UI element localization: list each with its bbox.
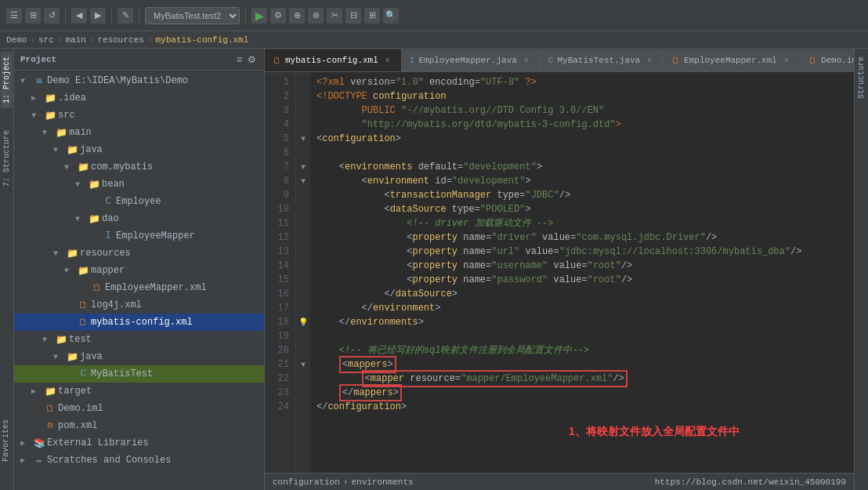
tree-item-pom[interactable]: m pom.xml [14, 417, 264, 434]
ln-5: 5 [265, 132, 289, 146]
g16 [296, 287, 310, 301]
tree-item-log4j[interactable]: 🗋 log4j.xml [14, 296, 264, 314]
scratches-icon: ✏ [33, 454, 45, 466]
favorites-tab[interactable]: Favorites [0, 415, 12, 466]
build-button[interactable]: ⚙ [270, 8, 286, 24]
tree-item-src[interactable]: ▼ 📁 src [14, 107, 264, 124]
code-line-4: "http://mybatis.org/dtd/mybatis-3-config… [316, 118, 854, 132]
tree-item-java[interactable]: ▼ 📁 java [14, 141, 264, 158]
breadcrumb-src[interactable]: src [38, 35, 54, 45]
sep-1 [65, 8, 66, 24]
tab-close-emp-xml[interactable]: × [781, 55, 792, 66]
tree-item-employeemapper-xml[interactable]: 🗋 EmployeeMapper.xml [14, 279, 264, 296]
sep-2 [111, 8, 112, 24]
breadcrumb-file[interactable]: mybatis-config.xml [155, 35, 248, 45]
structure-tab-left[interactable]: 7: Structure [1, 125, 13, 191]
folder-icon: 📁 [66, 143, 78, 156]
toolbar-btn-1[interactable]: ☰ [6, 8, 22, 24]
breadcrumb-main[interactable]: main [65, 35, 85, 45]
file-tree: ▼ ⊞ Demo E:\IDEA\MyBatis\Demo ▶ 📁 .idea … [14, 71, 264, 490]
code-line-18: </environments> [316, 315, 854, 329]
tree-label-java: java [80, 144, 103, 155]
main-layout: 1: Project 7: Structure Favorites Projec… [0, 49, 868, 490]
tree-item-demo[interactable]: ▼ ⊞ Demo E:\IDEA\MyBatis\Demo [14, 72, 264, 89]
g21[interactable]: ▼ [296, 358, 310, 372]
tree-item-mybatistest[interactable]: C MyBatisTest [14, 365, 264, 383]
panel-collapse-btn[interactable]: ≡ [235, 53, 244, 67]
breadcrumb-resources[interactable]: resources [97, 35, 143, 45]
toolbar-btn-4[interactable]: ✎ [118, 8, 133, 24]
structure-tab-right[interactable]: Structure [855, 52, 867, 103]
breadcrumb-demo[interactable]: Demo [6, 35, 27, 45]
tab-employeemapper-java[interactable]: I EmployeeMapper.java × [402, 49, 541, 71]
status-bar: configuration › environments https://blo… [265, 473, 854, 490]
tree-item-mapper[interactable]: ▼ 📁 mapper [14, 262, 264, 279]
tree-arrow: ▶ [31, 93, 42, 103]
tab-close-emp-java[interactable]: × [521, 55, 532, 66]
code-area[interactable]: <?xml version="1.0" encoding="UTF-8" ?> … [310, 72, 854, 473]
tab-mybatistest[interactable]: C MyBatisTest.java × [541, 49, 664, 71]
g19 [296, 329, 310, 343]
annotation-container: 1、将映射文件放入全局配置文件中 [569, 425, 740, 439]
folder-icon: 📁 [55, 126, 67, 139]
line-numbers: 1 2 3 4 5 6 7 8 9 10 11 12 13 14 15 16 1… [265, 72, 296, 473]
g8[interactable]: ▼ [296, 174, 310, 188]
tree-label-main: main [69, 127, 92, 138]
ln-16: 16 [265, 287, 289, 301]
g7[interactable]: ▼ [296, 160, 310, 174]
tab-mybatis-config[interactable]: 🗋 mybatis-config.xml × [265, 49, 402, 71]
tab-demo-iml[interactable]: 🗋 Demo.iml × [801, 49, 854, 71]
annotation-text: 1、将映射文件放入全局配置文件中 [569, 425, 740, 437]
run-button[interactable]: ▶ [251, 8, 267, 24]
tree-item-test-java[interactable]: ▼ 📁 java [14, 348, 264, 365]
g5[interactable]: ▼ [296, 132, 310, 146]
toolbar-btn-5[interactable]: ⊕ [289, 8, 305, 24]
tab-close-mybatis[interactable]: × [382, 55, 393, 66]
tab-label-emp-xml: EmployeeMapper.xml [684, 56, 777, 65]
toolbar-btn-8[interactable]: ⊟ [345, 8, 361, 24]
tab-label-demo-iml: Demo.iml [821, 56, 854, 65]
tree-item-employeemapper-java[interactable]: I EmployeeMapper [14, 227, 264, 245]
tab-close-mytest[interactable]: × [644, 55, 655, 66]
tree-item-mybatis-config[interactable]: 🗋 mybatis-config.xml [14, 314, 264, 331]
folder-icon: 📁 [77, 264, 89, 277]
back-button[interactable]: ◀ [71, 8, 87, 24]
toolbar-btn-7[interactable]: ✂ [327, 8, 342, 24]
tab-label-mytest: MyBatisTest.java [557, 56, 640, 65]
forward-button[interactable]: ▶ [90, 8, 106, 24]
toolbar-btn-2[interactable]: ⊞ [25, 8, 41, 24]
ln-4: 4 [265, 118, 289, 132]
ln-3: 3 [265, 103, 289, 118]
tree-item-com-mybatis[interactable]: ▼ 📁 com.mybatis [14, 158, 264, 176]
tree-label-test-java: java [80, 351, 103, 362]
toolbar-btn-10[interactable]: 🔍 [383, 8, 399, 24]
toolbar-btn-9[interactable]: ⊞ [364, 8, 380, 24]
tree-item-demo-iml[interactable]: 🗋 Demo.iml [14, 400, 264, 417]
ln-1: 1 [265, 75, 289, 89]
folder-icon: 📁 [44, 385, 56, 397]
tree-item-scratches[interactable]: ▶ ✏ Scratches and Consoles [14, 452, 264, 469]
tree-item-main[interactable]: ▼ 📁 main [14, 124, 264, 141]
project-tab[interactable]: 1: Project [1, 52, 13, 108]
tree-item-target[interactable]: ▶ 📁 target [14, 383, 264, 400]
g24 [296, 400, 310, 414]
project-selector[interactable]: MyBatisTest.test2 [145, 7, 240, 24]
tree-label-ext-libs: External Libraries [47, 437, 149, 448]
tree-item-employee[interactable]: C Employee [14, 193, 264, 210]
toolbar-btn-6[interactable]: ⊛ [308, 8, 324, 24]
code-line-6 [316, 146, 854, 160]
status-sep: › [343, 477, 349, 487]
g18[interactable]: 💡 [296, 315, 310, 329]
tree-item-bean[interactable]: ▼ 📁 bean [14, 176, 264, 193]
tree-item-resources[interactable]: ▼ 📁 resources [14, 245, 264, 262]
toolbar-btn-3[interactable]: ↺ [44, 8, 60, 24]
tree-item-idea[interactable]: ▶ 📁 .idea [14, 89, 264, 107]
tree-arrow: ▶ [20, 456, 31, 465]
folder-icon: 📁 [66, 247, 78, 260]
tree-item-ext-libs[interactable]: ▶ 📚 External Libraries [14, 434, 264, 452]
tab-employeemapper-xml[interactable]: 🗋 EmployeeMapper.xml × [664, 49, 801, 71]
code-line-3: PUBLIC "-//mybatis.org//DTD Config 3.0//… [316, 103, 854, 118]
tree-item-test[interactable]: ▼ 📁 test [14, 331, 264, 348]
panel-settings-btn[interactable]: ⚙ [246, 53, 258, 67]
tree-item-dao[interactable]: ▼ 📁 dao [14, 210, 264, 227]
